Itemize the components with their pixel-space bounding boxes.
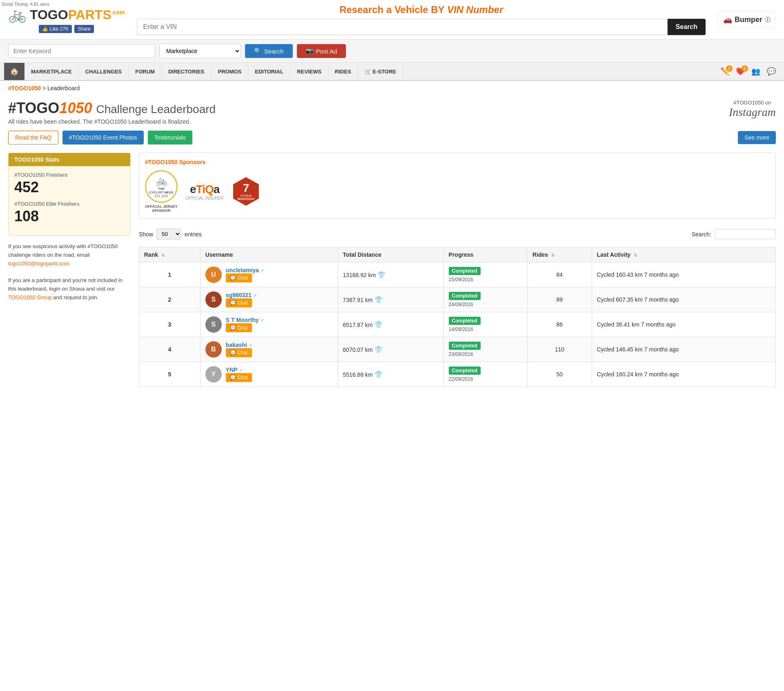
nav-rides[interactable]: RIDES: [328, 64, 358, 79]
username-cell: B bakashi ♂ 💬 Chat: [200, 337, 338, 362]
username-link[interactable]: S T Moorthy: [226, 317, 259, 323]
gender-icon: ♂: [249, 342, 252, 348]
chat-button[interactable]: 💬 Chat: [226, 323, 252, 332]
user-avatar: S: [205, 316, 222, 333]
user-avatar: S: [205, 291, 222, 308]
cyclist-mess-bike-icon: 🚲: [156, 176, 167, 186]
username-cell: S sg980321 ♂ 💬 Chat: [200, 287, 338, 312]
chat-button[interactable]: 💬 Chat: [226, 298, 252, 307]
sponsors-title: #TOGO1050 Sponsors: [145, 159, 770, 165]
table-row: 4 B bakashi ♂ 💬 Chat 6070.07 km 👕 Comple…: [139, 337, 776, 362]
sponsors-box: #TOGO1050 Sponsors 🚲 THECYCLIST MESSEST.…: [139, 153, 776, 219]
vin-search-button[interactable]: Search: [668, 19, 706, 35]
nav-marketplace[interactable]: MARKETPLACE: [24, 64, 79, 79]
post-ad-button[interactable]: 📷 Post Ad: [297, 44, 346, 58]
nav-heart-icon[interactable]: ❤️ 6: [736, 67, 745, 76]
info-email-link[interactable]: togo1050@togoparts.com: [8, 260, 69, 267]
faq-button[interactable]: Read the FAQ: [8, 131, 58, 144]
activity-sort-icon[interactable]: ⇅: [634, 253, 637, 258]
marketplace-select[interactable]: Marketplace Parts Bikes: [159, 44, 241, 58]
testimonials-button[interactable]: Testimonials: [148, 131, 192, 144]
username-link[interactable]: YNP: [226, 367, 238, 373]
heart-badge: 6: [742, 65, 748, 72]
show-entries: Show 50 25 100 entries: [139, 229, 202, 240]
gender-icon: ♂: [253, 293, 257, 298]
distance-cell: 6517.87 km 👕: [338, 312, 443, 337]
search-button[interactable]: 🔍 Search: [245, 44, 293, 58]
nav-challenges[interactable]: CHALLENGES: [79, 64, 129, 79]
nav-users-icon[interactable]: 👥: [751, 67, 760, 76]
challenge-title: #TOGO1050 Challenge Leaderboard: [8, 100, 216, 117]
username-info: uncletamiya ♂ 💬 Chat: [226, 267, 264, 282]
rank-cell: 4: [139, 337, 200, 362]
last-activity-cell: Cycled 146.45 km 7 months ago: [592, 337, 775, 362]
cycle7-number: 7: [243, 182, 249, 194]
info-text-1: If you see suspicious activity with #TOG…: [8, 242, 131, 268]
etiqa-logo: eTiQa OFFICIAL INSURER: [186, 183, 223, 200]
entries-select[interactable]: 50 25 100: [156, 229, 181, 240]
rides-cell: 86: [528, 312, 592, 337]
gender-icon: ♂: [261, 268, 264, 273]
etiqa-subtitle: OFFICIAL INSURER: [186, 196, 223, 200]
table-search-area: Search:: [692, 229, 776, 239]
nav-forum[interactable]: FORUM: [129, 64, 162, 79]
chat-button[interactable]: 💬 Chat: [226, 273, 252, 282]
fb-share-button[interactable]: Share: [74, 25, 94, 33]
togo1050-group-link[interactable]: TOGO1050 Group: [8, 294, 52, 300]
nav-reviews[interactable]: REVIEWS: [290, 64, 328, 79]
nav-promos[interactable]: PROMOS: [212, 64, 249, 79]
see-more-button[interactable]: See more: [738, 131, 776, 144]
table-row: 2 S sg980321 ♂ 💬 Chat 7367.91 km 👕 Compl…: [139, 287, 776, 312]
breadcrumb-parent[interactable]: #TOGO1050: [8, 85, 41, 91]
rank-sort-icon[interactable]: ⇅: [161, 253, 165, 258]
username-link[interactable]: bakashi: [226, 342, 247, 348]
bumper-car-icon: 🚗: [723, 15, 732, 24]
username-link[interactable]: uncletamiya: [226, 267, 259, 273]
nav-editorial[interactable]: EDITORIAL: [248, 64, 290, 79]
distance-cell: 7367.91 km 👕: [338, 287, 443, 312]
info-box: If you see suspicious activity with #TOG…: [8, 242, 131, 302]
table-row: 3 S S T Moorthy ♂ 💬 Chat 6517.87 km 👕 Co…: [139, 312, 776, 337]
fb-like-button[interactable]: 👍 Like 27K: [39, 25, 72, 33]
nav-directories[interactable]: DIRECTORIES: [162, 64, 212, 79]
col-last-activity: Last Activity ⇅: [592, 247, 775, 262]
nav-icons: ✏️ 5 ❤️ 6 👥 💬: [716, 67, 780, 76]
chat-button[interactable]: 💬 Chat: [226, 348, 252, 357]
tshirt-icon: 👕: [377, 271, 385, 278]
nav-pencil-icon[interactable]: ✏️ 5: [720, 67, 729, 76]
username-cell: S S T Moorthy ♂ 💬 Chat: [200, 312, 338, 337]
bumper-info-icon[interactable]: i: [765, 17, 771, 22]
bumper-label: Bumper: [735, 16, 762, 24]
nav-estore[interactable]: 🛒 E-STORE: [358, 64, 403, 79]
progress-cell: Completed 14/09/2016: [443, 312, 527, 337]
action-buttons-left: Read the FAQ #TOGO1050 Event Photos Test…: [8, 131, 192, 144]
challenge-title-suffix: Challenge Leaderboard: [96, 103, 216, 116]
nav-chat-icon[interactable]: 💬: [767, 67, 776, 76]
vin-input[interactable]: [137, 19, 667, 35]
completed-badge: Completed: [449, 292, 481, 300]
event-photos-button[interactable]: #TOGO1050 Event Photos: [62, 131, 144, 144]
col-username: Username: [200, 247, 338, 262]
table-search-input[interactable]: [715, 229, 776, 239]
keyword-input[interactable]: [8, 44, 155, 58]
completed-badge: Completed: [449, 317, 481, 325]
table-body: 1 U uncletamiya ♂ 💬 Chat 13168.92 km 👕 C…: [139, 262, 776, 387]
cycle7-logo-container: 7 CYCLE WORKSHOP: [232, 177, 260, 206]
nav-home-button[interactable]: 🏠: [4, 63, 24, 80]
progress-cell: Completed 22/09/2016: [443, 362, 527, 387]
rank-cell: 1: [139, 262, 200, 287]
breadcrumb-separator: >: [42, 85, 47, 91]
right-column: #TOGO1050 Sponsors 🚲 THECYCLIST MESSEST.…: [139, 153, 776, 387]
username-info: S T Moorthy ♂ 💬 Chat: [226, 317, 264, 332]
instagram-logo[interactable]: Instagram: [729, 106, 776, 119]
username-info: bakashi ♂ 💬 Chat: [226, 342, 252, 357]
username-link[interactable]: sg980321: [226, 292, 252, 298]
entries-label: entries: [185, 231, 202, 238]
show-label: Show: [139, 231, 153, 238]
chat-button[interactable]: 💬 Chat: [226, 373, 252, 382]
table-header-row: Rank ⇅ Username Total Distance Progress …: [139, 247, 776, 262]
rides-sort-icon[interactable]: ⇅: [551, 253, 555, 258]
action-buttons: Read the FAQ #TOGO1050 Event Photos Test…: [8, 131, 776, 144]
username-info: sg980321 ♂ 💬 Chat: [226, 292, 257, 307]
col-distance: Total Distance: [338, 247, 443, 262]
